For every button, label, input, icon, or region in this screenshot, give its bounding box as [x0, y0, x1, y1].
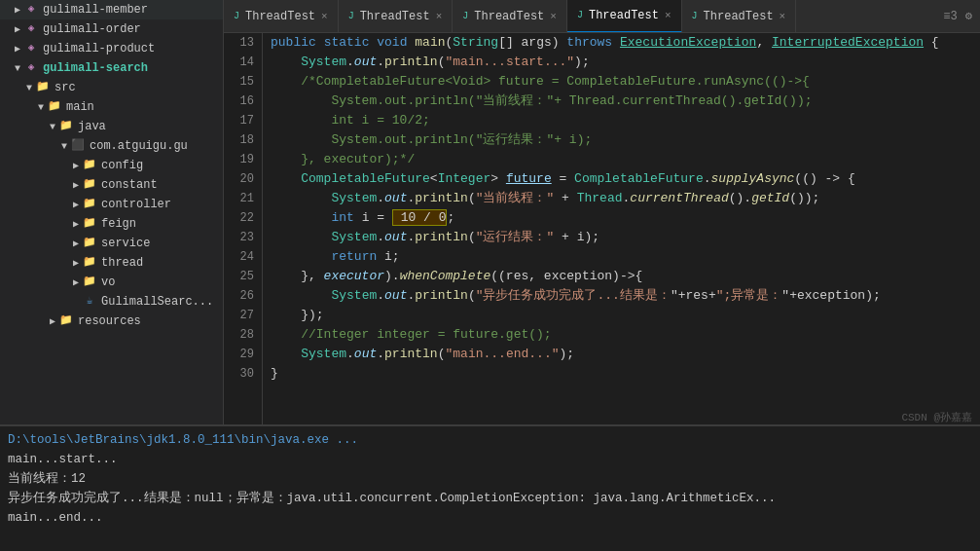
tab-label-1: ThreadTest: [245, 10, 315, 23]
sidebar-item-vo[interactable]: ▶ 📁 vo: [0, 273, 223, 292]
folder-icon-constant: 📁: [82, 177, 97, 193]
arrow-resources: ▶: [47, 315, 58, 327]
label-controller: controller: [101, 198, 171, 211]
label-thread: thread: [101, 256, 143, 270]
code-line-23: System.out.println("运行结果：" + i);: [271, 228, 972, 247]
code-line-21: System.out.println("当前线程：" + Thread.curr…: [271, 189, 972, 208]
folder-icon-java: 📁: [58, 119, 74, 134]
label-java: java: [78, 120, 106, 133]
tab-threadtest-1[interactable]: J ThreadTest ×: [224, 0, 339, 33]
label-gulimall-search: gulimall-search: [43, 61, 148, 75]
sidebar-item-package[interactable]: ▼ ⬛ com.atguigu.gu: [0, 136, 223, 156]
code-line-14: System.out.println("main...start...");: [271, 53, 972, 72]
arrow-package: ▼: [58, 141, 70, 152]
tab-icon-2: J: [348, 11, 354, 21]
tab-label-5: ThreadTest: [704, 10, 774, 23]
label-gulimall-order: gulimall-order: [43, 22, 141, 36]
tab-threadtest-5[interactable]: J ThreadTest ×: [682, 0, 797, 33]
settings-icon[interactable]: ⚙: [965, 9, 972, 23]
terminal-panel: D:\tools\JetBrains\jdk1.8.0_111\bin\java…: [0, 424, 980, 551]
folder-icon-thread: 📁: [82, 255, 97, 271]
module-icon-product: ◈: [23, 41, 39, 56]
sidebar-item-gulimall-product[interactable]: ▶ ◈ gulimall-product: [0, 39, 223, 58]
sidebar-item-thread[interactable]: ▶ 📁 thread: [0, 253, 223, 273]
arrow-gulimall-product: ▶: [12, 43, 23, 55]
tab-close-1[interactable]: ×: [321, 11, 328, 22]
arrow-controller: ▶: [70, 199, 82, 210]
code-line-18: System.out.println("运行结果："+ i);: [271, 130, 972, 150]
code-line-15: /*CompletableFuture<Void> future = Compl…: [271, 72, 972, 92]
sidebar-item-gulimall-order[interactable]: ▶ ◈ gulimall-order: [0, 19, 223, 39]
code-line-17: int i = 10/2;: [271, 111, 972, 130]
code-line-25: }, executor).whenComplete((res, exceptio…: [271, 267, 972, 286]
terminal-content: D:\tools\JetBrains\jdk1.8.0_111\bin\java…: [0, 426, 980, 551]
code-line-16: System.out.println("当前线程："+ Thread.curre…: [271, 92, 972, 111]
sidebar-item-service[interactable]: ▶ 📁 service: [0, 234, 223, 253]
arrow-feign: ▶: [70, 218, 82, 230]
folder-icon-feign: 📁: [82, 216, 97, 232]
tab-close-5[interactable]: ×: [780, 11, 786, 22]
arrow-main: ▼: [35, 102, 47, 113]
module-icon-member: ◈: [23, 2, 39, 18]
code-line-29: System.out.println("main...end...");: [271, 345, 972, 364]
folder-icon-controller: 📁: [82, 197, 97, 212]
label-src: src: [54, 81, 76, 94]
editor-area: J ThreadTest × J ThreadTest × J ThreadTe…: [224, 0, 980, 424]
sidebar-item-gulimallsearch-class[interactable]: ☕ GulimallSearc...: [0, 292, 223, 312]
arrow-gulimall-member: ▶: [12, 4, 23, 16]
arrow-java: ▼: [47, 122, 58, 132]
tab-icon-3: J: [462, 11, 468, 21]
tab-icon-1: J: [234, 11, 239, 21]
code-line-30: }: [271, 364, 972, 384]
module-icon-search: ◈: [23, 60, 39, 76]
label-vo: vo: [101, 276, 115, 289]
tab-label-4: ThreadTest: [589, 9, 659, 22]
code-line-26: System.out.println("异步任务成功完成了...结果是："+re…: [271, 286, 972, 306]
label-feign: feign: [101, 217, 136, 231]
tab-threadtest-3[interactable]: J ThreadTest ×: [453, 0, 567, 33]
sidebar-item-controller[interactable]: ▶ 📁 controller: [0, 195, 223, 214]
folder-icon-vo: 📁: [82, 275, 97, 290]
line-numbers: 13 14 15 16 17 18 19 20 21 22 23 24 25 2…: [224, 33, 263, 424]
tab-threadtest-2[interactable]: J ThreadTest ×: [339, 0, 454, 33]
tabs-bar: J ThreadTest × J ThreadTest × J ThreadTe…: [224, 0, 980, 33]
sidebar-item-gulimall-search[interactable]: ▼ ◈ gulimall-search: [0, 58, 223, 78]
label-resources: resources: [78, 314, 141, 328]
java-icon-gulimallsearch: ☕: [82, 294, 97, 310]
code-content[interactable]: public static void main(String[] args) t…: [263, 33, 980, 424]
sidebar: ▶ ◈ gulimall-member ▶ ◈ gulimall-order ▶…: [0, 0, 224, 424]
folder-icon-resources: 📁: [58, 313, 74, 329]
sidebar-item-src[interactable]: ▼ 📁 src: [0, 78, 223, 97]
arrow-gulimall-order: ▶: [12, 23, 23, 35]
code-container: 13 14 15 16 17 18 19 20 21 22 23 24 25 2…: [224, 33, 980, 424]
label-config: config: [101, 159, 143, 172]
sidebar-item-resources[interactable]: ▶ 📁 resources: [0, 312, 223, 331]
terminal-path: D:\tools\JetBrains\jdk1.8.0_111\bin\java…: [8, 430, 972, 450]
arrow-service: ▶: [70, 238, 82, 249]
tab-threadtest-4[interactable]: J ThreadTest ×: [567, 0, 682, 33]
code-line-28: //Integer integer = future.get();: [271, 325, 972, 345]
code-line-27: });: [271, 306, 972, 325]
label-gulimallsearch: GulimallSearc...: [101, 295, 213, 309]
tab-close-2[interactable]: ×: [436, 11, 443, 22]
package-icon: ⬛: [70, 138, 86, 154]
sidebar-item-feign[interactable]: ▶ 📁 feign: [0, 214, 223, 234]
code-line-19: }, executor);*/: [271, 150, 972, 169]
code-line-22: int i = 10 / 0;: [271, 208, 972, 228]
sidebar-item-constant[interactable]: ▶ 📁 constant: [0, 175, 223, 195]
sidebar-item-java[interactable]: ▼ 📁 java: [0, 117, 223, 136]
arrow-thread: ▶: [70, 257, 82, 269]
terminal-line-2: 当前线程：12: [8, 469, 972, 489]
tab-close-4[interactable]: ×: [665, 10, 671, 21]
tab-icon-5: J: [692, 11, 698, 21]
label-constant: constant: [101, 178, 158, 192]
sidebar-item-main[interactable]: ▼ 📁 main: [0, 97, 223, 117]
module-icon-order: ◈: [23, 21, 39, 37]
terminal-line-3: 异步任务成功完成了...结果是：null；异常是：java.util.concu…: [8, 489, 972, 508]
arrow-constant: ▶: [70, 179, 82, 191]
label-gulimall-product: gulimall-product: [43, 42, 155, 55]
tab-icon-4: J: [577, 10, 583, 20]
tab-close-3[interactable]: ×: [550, 11, 557, 22]
sidebar-item-gulimall-member[interactable]: ▶ ◈ gulimall-member: [0, 0, 223, 19]
sidebar-item-config[interactable]: ▶ 📁 config: [0, 156, 223, 175]
